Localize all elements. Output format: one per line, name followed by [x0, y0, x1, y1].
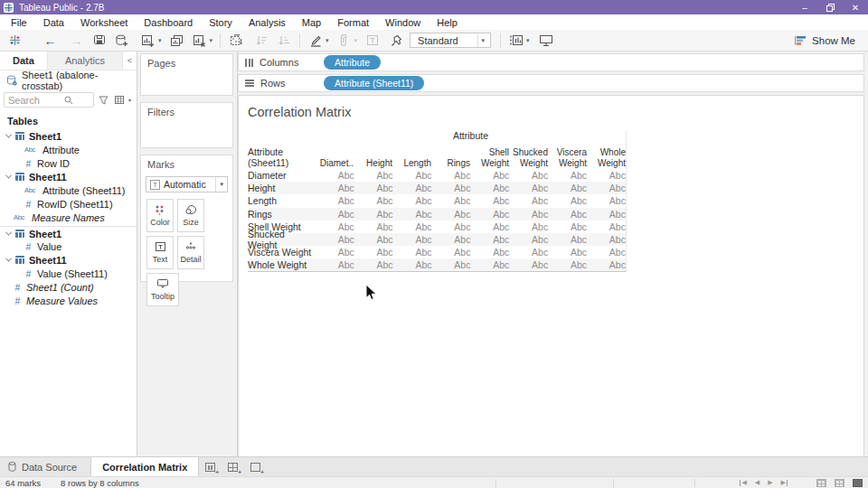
- crosstab-cell[interactable]: Abc: [393, 234, 432, 245]
- crosstab-cell[interactable]: Abc: [470, 183, 509, 193]
- crosstab-cell[interactable]: Abc: [587, 183, 626, 193]
- menu-map[interactable]: Map: [294, 17, 329, 28]
- last-sheet-icon[interactable]: ▶: [781, 479, 788, 486]
- crosstab-cell[interactable]: Abc: [432, 183, 471, 193]
- crosstab-cell[interactable]: Abc: [470, 247, 509, 258]
- crosstab-cell[interactable]: Abc: [470, 170, 509, 181]
- crosstab-cell[interactable]: Abc: [548, 209, 587, 220]
- crosstab-cell[interactable]: Abc: [316, 234, 354, 245]
- column-header[interactable]: Diamet..: [315, 145, 354, 169]
- mark-type-dropdown[interactable]: T Automatic ▾: [146, 176, 228, 192]
- crosstab-cell[interactable]: Abc: [509, 259, 548, 270]
- row-header[interactable]: Length: [248, 195, 316, 206]
- fix-axes-icon[interactable]: [387, 32, 406, 50]
- detail-button[interactable]: Detail: [177, 236, 204, 269]
- tableau-logo-icon[interactable]: [5, 32, 24, 50]
- previous-sheet-icon[interactable]: ◀: [755, 479, 760, 486]
- field-sheet11[interactable]: Sheet11: [0, 170, 137, 183]
- crosstab-cell[interactable]: Abc: [509, 234, 548, 245]
- crosstab-cell[interactable]: Abc: [587, 170, 626, 181]
- field-sheet1[interactable]: Sheet1: [0, 226, 137, 239]
- field-value-sheet11-[interactable]: #Value (Sheet11): [0, 267, 137, 280]
- crosstab-cell[interactable]: Abc: [354, 259, 393, 270]
- crosstab-cell[interactable]: Abc: [548, 170, 587, 181]
- sheet-title[interactable]: Correlation Matrix: [248, 105, 351, 119]
- crosstab-cell[interactable]: Abc: [587, 234, 626, 245]
- tab-data-source[interactable]: Data Source: [0, 457, 90, 476]
- row-header[interactable]: Diameter: [248, 170, 316, 181]
- crosstab-cell[interactable]: Abc: [548, 247, 587, 258]
- column-header[interactable]: Length: [392, 145, 431, 169]
- first-sheet-icon[interactable]: ◀: [740, 479, 746, 486]
- crosstab-cell[interactable]: Abc: [509, 209, 548, 220]
- crosstab-cell[interactable]: Abc: [470, 259, 509, 270]
- add-data-source-icon[interactable]: [112, 32, 131, 50]
- crosstab-cell[interactable]: Abc: [548, 221, 587, 232]
- field-sheet1[interactable]: Sheet1: [0, 129, 137, 143]
- collapse-pane-icon[interactable]: <: [123, 52, 137, 70]
- column-header[interactable]: Height: [354, 145, 392, 169]
- row-field-label[interactable]: Attribute (Sheet11): [248, 146, 315, 169]
- datasource-item[interactable]: Sheet1 (abalone-crosstab): [0, 70, 137, 89]
- show-me-button[interactable]: Show Me: [795, 35, 855, 46]
- show-filmstrip-icon[interactable]: [853, 479, 863, 487]
- save-icon[interactable]: [90, 32, 108, 50]
- crosstab-cell[interactable]: Abc: [548, 234, 587, 245]
- size-button[interactable]: Size: [177, 199, 204, 232]
- show-sheet-sorter-icon[interactable]: [835, 479, 844, 487]
- new-dashboard-tab-icon[interactable]: +: [222, 457, 244, 476]
- duplicate-sheet-icon[interactable]: [167, 32, 186, 50]
- next-sheet-icon[interactable]: ▶: [768, 479, 772, 486]
- sort-descending-icon[interactable]: [275, 32, 294, 50]
- show-mark-labels-icon[interactable]: [363, 32, 382, 50]
- tab-data[interactable]: Data: [0, 52, 47, 70]
- crosstab-cell[interactable]: Abc: [509, 221, 548, 232]
- crosstab-cell[interactable]: Abc: [354, 195, 393, 206]
- row-header[interactable]: Rings: [248, 209, 316, 220]
- field-value[interactable]: #Value: [0, 239, 137, 253]
- column-header[interactable]: Whole Weight: [587, 145, 626, 169]
- crosstab-cell[interactable]: Abc: [509, 183, 548, 193]
- group-members-icon[interactable]: [335, 32, 354, 50]
- crosstab-cell[interactable]: Abc: [432, 221, 471, 232]
- filter-fields-icon[interactable]: [96, 96, 111, 105]
- crosstab-cell[interactable]: Abc: [393, 183, 432, 193]
- crosstab-cell[interactable]: Abc: [354, 221, 393, 232]
- field-row-id[interactable]: #Row ID: [0, 156, 137, 170]
- crosstab-cell[interactable]: Abc: [354, 234, 393, 245]
- crosstab-cell[interactable]: Abc: [509, 170, 548, 181]
- field-sheet11[interactable]: Sheet11: [0, 253, 137, 267]
- column-field-label[interactable]: Attribute: [316, 130, 626, 145]
- crosstab-cell[interactable]: Abc: [393, 259, 432, 270]
- menu-format[interactable]: Format: [329, 17, 377, 28]
- expander-icon[interactable]: [5, 256, 12, 262]
- close-icon[interactable]: ✕: [843, 0, 868, 14]
- swap-rows-columns-icon[interactable]: [226, 32, 245, 50]
- view-options-icon[interactable]: [113, 96, 126, 104]
- crosstab-cell[interactable]: Abc: [548, 183, 587, 193]
- menu-help[interactable]: Help: [429, 17, 466, 28]
- crosstab-cell[interactable]: Abc: [432, 247, 471, 258]
- fit-selector[interactable]: Standard ▾: [410, 33, 491, 48]
- new-worksheet-icon[interactable]: [138, 32, 157, 50]
- crosstab-cell[interactable]: Abc: [470, 195, 509, 206]
- crosstab-cell[interactable]: Abc: [316, 195, 354, 206]
- crosstab-cell[interactable]: Abc: [354, 170, 393, 181]
- menu-story[interactable]: Story: [201, 17, 241, 28]
- crosstab-cell[interactable]: Abc: [548, 259, 587, 270]
- row-header[interactable]: Viscera Weight: [248, 247, 316, 258]
- crosstab-cell[interactable]: Abc: [354, 183, 393, 193]
- crosstab-cell[interactable]: Abc: [470, 221, 509, 232]
- crosstab-cell[interactable]: Abc: [509, 195, 548, 206]
- tooltip-button[interactable]: Tooltip: [146, 273, 179, 306]
- pages-shelf[interactable]: Pages: [140, 53, 233, 96]
- new-story-tab-icon[interactable]: +: [244, 457, 267, 476]
- redo-icon[interactable]: →: [67, 32, 86, 50]
- view-options-caret-icon[interactable]: ▾: [128, 97, 131, 103]
- crosstab-cell[interactable]: Abc: [393, 209, 432, 220]
- expander-icon[interactable]: [5, 230, 12, 236]
- row-header[interactable]: Whole Weight: [248, 259, 316, 270]
- clear-sheet-dropdown-icon[interactable]: ▾: [210, 37, 213, 44]
- crosstab-cell[interactable]: Abc: [316, 183, 354, 193]
- clear-sheet-icon[interactable]: [190, 32, 209, 50]
